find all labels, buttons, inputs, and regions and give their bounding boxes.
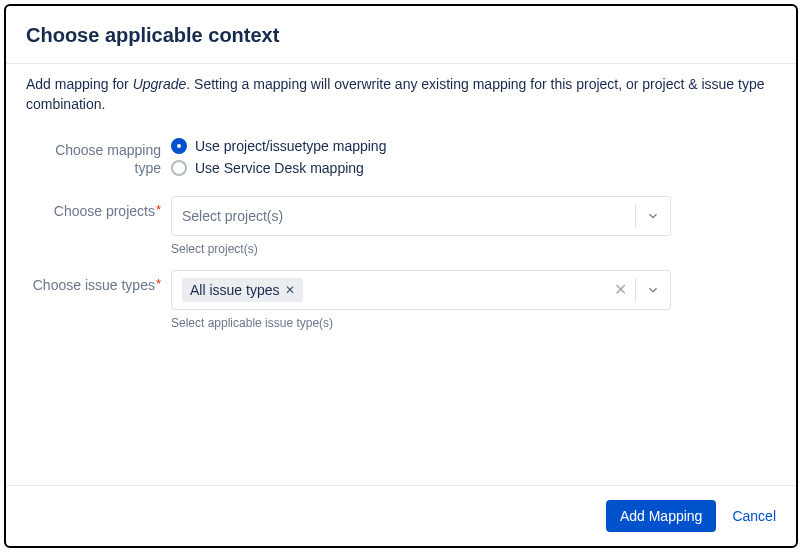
dialog-title: Choose applicable context bbox=[26, 24, 776, 47]
intro-prefix: Add mapping for bbox=[26, 76, 133, 92]
select-issue-types-content: All issue types ✕ bbox=[172, 278, 606, 302]
select-projects[interactable]: Select project(s) bbox=[171, 196, 671, 236]
dialog-body: Add mapping for Upgrade. Setting a mappi… bbox=[6, 64, 796, 485]
dialog-header: Choose applicable context bbox=[6, 6, 796, 64]
field-mapping-type: Choose mapping type Use project/issuetyp… bbox=[26, 135, 776, 182]
chip-all-issue-types: All issue types ✕ bbox=[182, 278, 303, 302]
radio-label-project-issuetype: Use project/issuetype mapping bbox=[195, 138, 386, 154]
chip-label: All issue types bbox=[190, 282, 279, 298]
helper-issue-types: Select applicable issue type(s) bbox=[171, 316, 671, 330]
control-choose-projects: Select project(s) Select project(s) bbox=[171, 196, 671, 256]
intro-text: Add mapping for Upgrade. Setting a mappi… bbox=[26, 74, 776, 115]
clear-icon[interactable]: ✕ bbox=[606, 282, 635, 298]
dialog-footer: Add Mapping Cancel bbox=[6, 485, 796, 546]
radio-service-desk[interactable]: Use Service Desk mapping bbox=[171, 160, 671, 176]
control-choose-issue-types: All issue types ✕ ✕ Select applicable is… bbox=[171, 270, 671, 330]
radio-project-issuetype[interactable]: Use project/issuetype mapping bbox=[171, 138, 671, 154]
required-marker: * bbox=[156, 276, 161, 291]
label-choose-projects: Choose projects* bbox=[26, 196, 171, 220]
radio-label-service-desk: Use Service Desk mapping bbox=[195, 160, 364, 176]
helper-projects: Select project(s) bbox=[171, 242, 671, 256]
select-issue-types[interactable]: All issue types ✕ ✕ bbox=[171, 270, 671, 310]
radio-group-mapping-type: Use project/issuetype mapping Use Servic… bbox=[171, 135, 671, 182]
field-choose-projects: Choose projects* Select project(s) Selec… bbox=[26, 196, 776, 256]
choose-context-dialog: Choose applicable context Add mapping fo… bbox=[4, 4, 798, 548]
chevron-down-icon[interactable] bbox=[636, 209, 670, 223]
label-mapping-type: Choose mapping type bbox=[26, 135, 171, 177]
intro-scheme-name: Upgrade bbox=[133, 76, 187, 92]
radio-unselected-icon bbox=[171, 160, 187, 176]
label-text-issue-types: Choose issue types bbox=[33, 277, 155, 293]
select-projects-content: Select project(s) bbox=[172, 208, 635, 224]
cancel-button[interactable]: Cancel bbox=[732, 508, 776, 524]
select-projects-placeholder: Select project(s) bbox=[182, 208, 283, 224]
radio-selected-icon bbox=[171, 138, 187, 154]
required-marker: * bbox=[156, 202, 161, 217]
field-choose-issue-types: Choose issue types* All issue types ✕ ✕ bbox=[26, 270, 776, 330]
label-choose-issue-types: Choose issue types* bbox=[26, 270, 171, 294]
chip-remove-icon[interactable]: ✕ bbox=[285, 283, 295, 297]
chevron-down-icon[interactable] bbox=[636, 283, 670, 297]
label-text-projects: Choose projects bbox=[54, 203, 155, 219]
add-mapping-button[interactable]: Add Mapping bbox=[606, 500, 717, 532]
